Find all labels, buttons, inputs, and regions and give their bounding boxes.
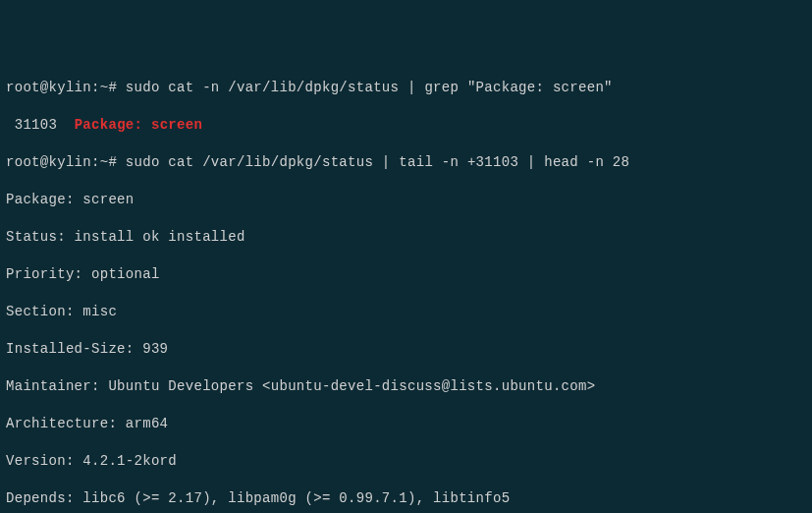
output-line: Depends: libc6 (>= 2.17), libpam0g (>= 0…: [6, 489, 806, 508]
output-line: Maintainer: Ubuntu Developers <ubuntu-de…: [6, 377, 806, 396]
shell-prompt: root@kylin:~#: [6, 80, 126, 95]
output-line: Status: install ok installed: [6, 228, 806, 247]
grep-lineno: 31103: [6, 117, 75, 133]
grep-output-line: 31103 Package: screen: [6, 116, 806, 135]
command-text: sudo cat /var/lib/dpkg/status | tail -n …: [126, 154, 629, 170]
output-line: Priority: optional: [6, 265, 806, 284]
output-line: Package: screen: [6, 191, 806, 209]
command-line-1[interactable]: root@kylin:~# sudo cat -n /var/lib/dpkg/…: [6, 79, 806, 97]
command-text: sudo cat -n /var/lib/dpkg/status | grep …: [126, 80, 613, 95]
output-line: Architecture: arm64: [6, 415, 806, 433]
command-line-2[interactable]: root@kylin:~# sudo cat /var/lib/dpkg/sta…: [6, 153, 806, 172]
output-line: Installed-Size: 939: [6, 340, 806, 359]
grep-match: Package: screen: [75, 117, 203, 133]
output-line: Version: 4.2.1-2kord: [6, 452, 806, 471]
shell-prompt: root@kylin:~#: [6, 154, 126, 170]
output-line: Section: misc: [6, 303, 806, 321]
